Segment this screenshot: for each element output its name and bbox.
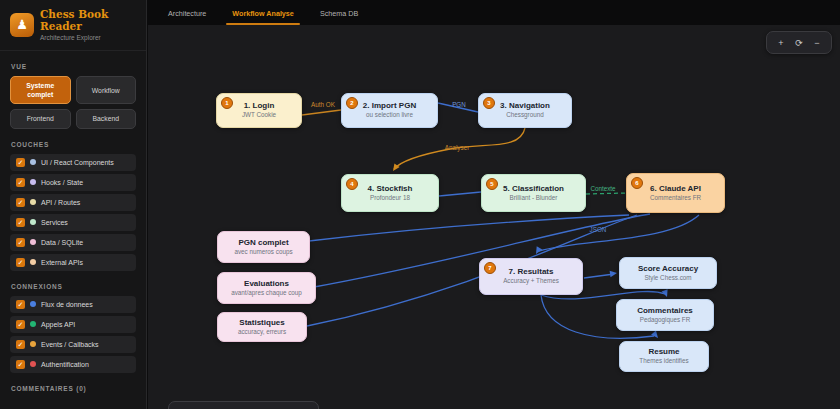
- connections-list: Flux de donnees Appels API Events / Call…: [10, 296, 136, 373]
- view-button-backend[interactable]: Backend: [76, 109, 137, 128]
- layer-row-ui-react-components[interactable]: UI / React Components: [10, 154, 136, 171]
- flow-node-statistiques[interactable]: Statistiques accuracy, erreurs: [217, 312, 307, 342]
- layer-label: Events / Callbacks: [41, 341, 99, 348]
- tab-architecture[interactable]: Architecture: [155, 0, 219, 25]
- step-number-badge: 6: [631, 177, 643, 189]
- flow-node-import-pgn[interactable]: 2 2. Import PGN ou selection livre: [341, 93, 438, 128]
- flow-node-navigation[interactable]: 3 3. Navigation Chessground: [478, 93, 572, 128]
- flow-edges: [148, 25, 840, 409]
- edge-label-contexte: Contexte: [590, 185, 615, 192]
- layer-row-appels-api[interactable]: Appels API: [10, 316, 136, 333]
- node-title: 3. Navigation: [500, 102, 550, 110]
- node-subtitle: Style Chess.com: [644, 275, 691, 281]
- flow-node-classification[interactable]: 5 5. Classification Brilliant - Blunder: [481, 174, 586, 212]
- flow-node-commentaires[interactable]: Commentaires Pedagogiques FR: [616, 299, 714, 331]
- layer-row-api-routes[interactable]: API / Routes: [10, 194, 136, 211]
- layer-label: Data / SQLite: [41, 239, 83, 246]
- layer-color-dot-icon: [30, 239, 36, 245]
- layer-row-services[interactable]: Services: [10, 214, 136, 231]
- app-window: ♟ Chess Book Reader Architecture Explore…: [0, 0, 840, 409]
- checkbox-checked-icon[interactable]: [16, 320, 25, 329]
- flow-node-login[interactable]: 1 1. Login JWT Cookie: [216, 93, 302, 128]
- checkbox-checked-icon[interactable]: [16, 178, 25, 187]
- app-subtitle: Architecture Explorer: [40, 34, 136, 41]
- flow-canvas[interactable]: 1 1. Login JWT Cookie 2 2. Import PGN ou…: [148, 25, 840, 409]
- layer-label: Appels API: [41, 321, 75, 328]
- app-title: Chess Book Reader: [40, 8, 136, 32]
- node-title: Resume: [648, 348, 679, 356]
- node-subtitle: avec numeros coups: [234, 249, 292, 255]
- section-title-connexions: CONNEXIONS: [11, 283, 135, 290]
- node-subtitle: Profondeur 18: [370, 195, 410, 201]
- checkbox-checked-icon[interactable]: [16, 238, 25, 247]
- step-number-badge: 1: [221, 97, 233, 109]
- flow-node-resume[interactable]: Resume Themes identifies: [619, 341, 709, 372]
- layer-color-dot-icon: [30, 321, 36, 327]
- checkbox-checked-icon[interactable]: [16, 258, 25, 267]
- layer-label: Authentification: [41, 361, 89, 368]
- layer-row-flux-de-donnees[interactable]: Flux de donnees: [10, 296, 136, 313]
- layer-color-dot-icon: [30, 199, 36, 205]
- flow-node-stockfish[interactable]: 4 4. Stockfish Profondeur 18: [341, 174, 439, 212]
- sidebar: ♟ Chess Book Reader Architecture Explore…: [0, 0, 147, 409]
- checkbox-checked-icon[interactable]: [16, 300, 25, 309]
- node-title: Statistiques: [239, 319, 284, 327]
- layer-color-dot-icon: [30, 219, 36, 225]
- flow-node-pgn-complet[interactable]: PGN complet avec numeros coups: [217, 231, 310, 263]
- node-subtitle: ou selection livre: [366, 112, 413, 118]
- zoom-in-button[interactable]: +: [772, 35, 790, 50]
- canvas-controls: +⟳−: [766, 31, 832, 54]
- layer-label: UI / React Components: [41, 159, 114, 166]
- layer-label: Hooks / State: [41, 179, 83, 186]
- edge-label-auth-ok: Auth OK: [311, 101, 335, 108]
- bottom-panel: [168, 401, 319, 409]
- step-number-badge: 4: [346, 178, 358, 190]
- checkbox-checked-icon[interactable]: [16, 340, 25, 349]
- view-button-workflow[interactable]: Workflow: [76, 76, 137, 104]
- layer-color-dot-icon: [30, 341, 36, 347]
- view-button-frontend[interactable]: Frontend: [10, 109, 71, 128]
- node-title: Evaluations: [244, 280, 289, 288]
- node-title: 6. Claude API: [650, 185, 701, 193]
- node-subtitle: Themes identifies: [639, 358, 688, 364]
- node-subtitle: Commentaires FR: [650, 195, 701, 201]
- node-title: 5. Classification: [503, 185, 564, 193]
- node-subtitle: Brilliant - Blunder: [510, 195, 558, 201]
- tab-schema-db[interactable]: Schema DB: [307, 0, 371, 25]
- step-number-badge: 3: [483, 97, 495, 109]
- layer-label: API / Routes: [41, 199, 80, 206]
- node-title: Score Accuracy: [638, 265, 698, 273]
- layer-row-external-apis[interactable]: External APIs: [10, 254, 136, 271]
- flow-node-claude-api[interactable]: 6 6. Claude API Commentaires FR: [626, 173, 725, 213]
- checkbox-checked-icon[interactable]: [16, 198, 25, 207]
- checkbox-checked-icon[interactable]: [16, 360, 25, 369]
- layer-color-dot-icon: [30, 159, 36, 165]
- layer-row-events-callbacks[interactable]: Events / Callbacks: [10, 336, 136, 353]
- checkbox-checked-icon[interactable]: [16, 218, 25, 227]
- view-button-systeme-complet[interactable]: Systeme complet: [10, 76, 71, 104]
- flow-node-score-accuracy[interactable]: Score Accuracy Style Chess.com: [619, 257, 717, 289]
- edge-label-analyser: Analyser: [445, 144, 470, 151]
- node-subtitle: Chessground: [506, 112, 543, 118]
- tab-bar: ArchitectureWorkflow AnalyseSchema DB: [147, 0, 840, 25]
- flow-node-evaluations[interactable]: Evaluations avant/apres chaque coup: [217, 272, 316, 304]
- node-subtitle: avant/apres chaque coup: [231, 290, 302, 296]
- section-title-couches: COUCHES: [11, 141, 135, 148]
- node-subtitle: Pedagogiques FR: [640, 317, 690, 323]
- layer-row-data-sqlite[interactable]: Data / SQLite: [10, 234, 136, 251]
- checkbox-checked-icon[interactable]: [16, 158, 25, 167]
- tab-workflow-analyse[interactable]: Workflow Analyse: [219, 0, 307, 25]
- zoom-out-button[interactable]: −: [808, 35, 826, 50]
- edge-label-json: JSON: [590, 226, 607, 233]
- reset-view-button[interactable]: ⟳: [790, 35, 808, 50]
- layer-label: Flux de donnees: [41, 301, 93, 308]
- node-title: PGN complet: [238, 239, 288, 247]
- flow-node-resultats[interactable]: 7 7. Resultats Accuracy + Themes: [479, 258, 583, 295]
- layer-label: External APIs: [41, 259, 83, 266]
- layer-row-authentification[interactable]: Authentification: [10, 356, 136, 373]
- layer-color-dot-icon: [30, 259, 36, 265]
- layer-color-dot-icon: [30, 179, 36, 185]
- layers-list: UI / React Components Hooks / State API …: [10, 154, 136, 271]
- layer-row-hooks-state[interactable]: Hooks / State: [10, 174, 136, 191]
- section-title-commentaires: COMMENTAIRES (0): [11, 385, 135, 392]
